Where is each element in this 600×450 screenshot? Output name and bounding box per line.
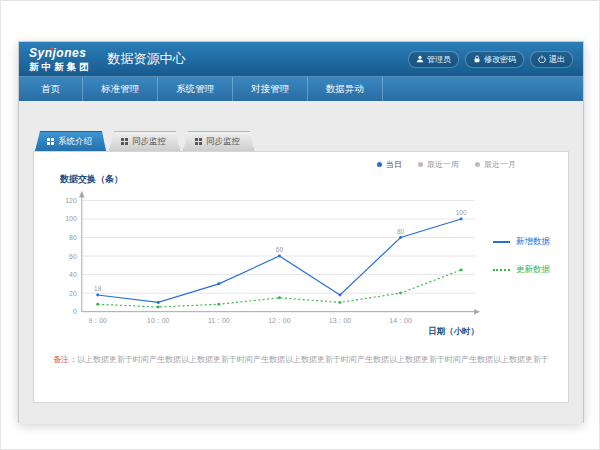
chart-container: 0204060801001209：0010：0011：0012：0013：001…	[52, 188, 550, 338]
change-password-label: 修改密码	[484, 54, 516, 65]
svg-text:120: 120	[65, 197, 77, 204]
svg-text:60: 60	[69, 253, 77, 260]
nav-item-label: 系统管理	[176, 83, 214, 96]
solid-line-swatch-icon	[493, 241, 510, 243]
user-icon	[416, 55, 424, 63]
nav-item-data-change[interactable]: 数据异动	[308, 77, 383, 101]
logout-label: 退出	[549, 54, 565, 65]
footnote-prefix: 备注：	[53, 355, 77, 364]
power-icon	[538, 55, 546, 63]
lock-icon	[473, 55, 481, 63]
nav-item-label: 首页	[41, 83, 60, 96]
content-area: 系统介绍 同步监控 同步监控 当日	[19, 101, 583, 424]
time-filter-group: 当日 最近一周 最近一月	[52, 158, 550, 170]
svg-text:80: 80	[69, 234, 77, 241]
logout-button[interactable]: 退出	[530, 51, 573, 68]
brand-name-cn: 新中新集团	[29, 62, 92, 72]
grid-icon	[121, 138, 128, 145]
brand-name: Synjones	[29, 47, 92, 59]
change-password-button[interactable]: 修改密码	[465, 51, 524, 68]
header-actions: 管理员 修改密码 退出	[408, 51, 573, 68]
footnote-text: 以上数据更新于时间产生数据以上数据更新于时间产生数据以上数据更新于时间产生数据以…	[77, 355, 549, 364]
radio-dot-icon	[475, 162, 480, 167]
grid-icon	[195, 138, 202, 145]
svg-text:80: 80	[397, 228, 405, 235]
app-window: Synjones 新中新集团 数据资源中心 管理员 修改密码 退出	[18, 41, 584, 423]
nav-item-label: 标准管理	[101, 83, 139, 96]
line-chart: 0204060801001209：0010：0011：0012：0013：001…	[52, 188, 481, 338]
brand-logo: Synjones 新中新集团	[29, 47, 92, 72]
nav-item-system-mgmt[interactable]: 系统管理	[158, 77, 233, 101]
filter-label: 最近一周	[427, 159, 459, 170]
svg-text:日期（小时）: 日期（小时）	[428, 326, 479, 336]
svg-text:0: 0	[73, 308, 77, 315]
svg-text:18: 18	[94, 285, 102, 292]
nav-item-standard-mgmt[interactable]: 标准管理	[83, 77, 158, 101]
main-nav: 首页 标准管理 系统管理 对接管理 数据异动	[19, 76, 583, 101]
filter-today[interactable]: 当日	[377, 159, 402, 170]
svg-text:100: 100	[456, 209, 467, 216]
grid-icon	[47, 138, 54, 145]
dotted-line-swatch-icon	[493, 269, 510, 271]
tab-label: 同步监控	[132, 136, 166, 148]
svg-text:100: 100	[65, 215, 77, 222]
brand-red-dot-icon	[50, 47, 53, 50]
page-title: 数据资源中心	[108, 50, 186, 68]
nav-item-label: 数据异动	[326, 83, 364, 96]
tab-bar: 系统介绍 同步监控 同步监控	[33, 131, 569, 151]
svg-text:12：00: 12：00	[268, 317, 291, 324]
admin-user-button[interactable]: 管理员	[408, 51, 459, 68]
svg-text:11：00: 11：00	[208, 317, 230, 324]
nav-item-connect-mgmt[interactable]: 对接管理	[233, 77, 308, 101]
tab-label: 系统介绍	[58, 136, 92, 148]
series-label: 新增数据	[516, 236, 550, 248]
tab-sync-monitor-2[interactable]: 同步监控	[183, 131, 254, 151]
svg-text:40: 40	[69, 271, 77, 278]
filter-label: 当日	[386, 159, 402, 170]
nav-item-home[interactable]: 首页	[19, 77, 83, 101]
page: Synjones 新中新集团 数据资源中心 管理员 修改密码 退出	[0, 0, 600, 450]
svg-text:20: 20	[69, 290, 77, 297]
admin-user-label: 管理员	[427, 54, 451, 65]
tab-label: 同步监控	[206, 136, 240, 148]
tab-sync-monitor-1[interactable]: 同步监控	[109, 131, 180, 151]
series-legend: 新增数据 更新数据	[493, 236, 550, 276]
svg-text:60: 60	[276, 246, 284, 253]
legend-updated-data: 更新数据	[493, 264, 550, 276]
footnote: 备注：以上数据更新于时间产生数据以上数据更新于时间产生数据以上数据更新于时间产生…	[52, 354, 550, 365]
legend-new-data: 新增数据	[493, 236, 550, 248]
radio-dot-icon	[377, 162, 382, 167]
svg-text:13：00: 13：00	[329, 317, 352, 324]
chart-y-axis-title: 数据交换（条）	[60, 173, 550, 186]
svg-text:10：00: 10：00	[147, 317, 170, 324]
filter-last-month[interactable]: 最近一月	[475, 159, 516, 170]
tab-system-intro[interactable]: 系统介绍	[35, 131, 106, 151]
filter-label: 最近一月	[484, 159, 516, 170]
svg-text:14：00: 14：00	[389, 317, 412, 324]
radio-dot-icon	[418, 162, 423, 167]
chart-card: 当日 最近一周 最近一月 数据交换（条） 0204060801001209：00…	[33, 151, 569, 403]
svg-text:9：00: 9：00	[88, 317, 107, 324]
top-header-bar: Synjones 新中新集团 数据资源中心 管理员 修改密码 退出	[19, 42, 583, 76]
filter-last-week[interactable]: 最近一周	[418, 159, 459, 170]
series-label: 更新数据	[516, 264, 550, 276]
nav-item-label: 对接管理	[251, 83, 289, 96]
